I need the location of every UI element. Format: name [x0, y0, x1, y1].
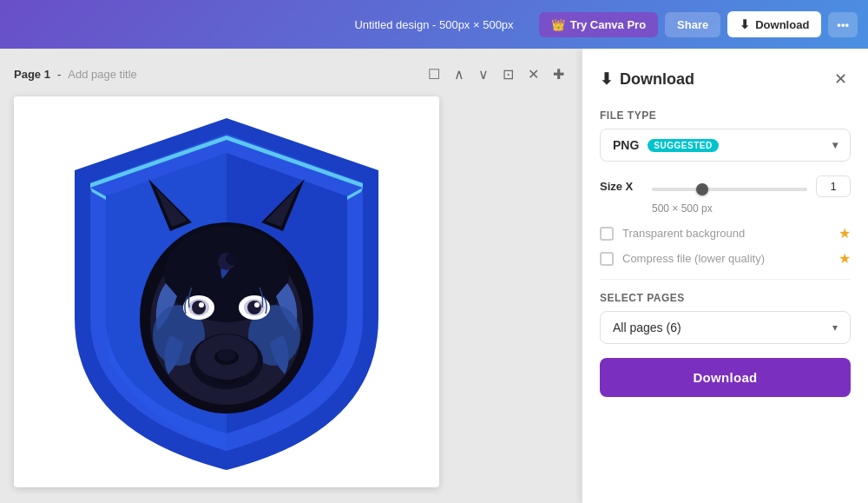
- file-type-left: PNG SUGGESTED: [613, 138, 719, 152]
- svg-point-22: [226, 253, 238, 265]
- add-page-title[interactable]: Add page title: [68, 68, 137, 81]
- download-panel: ⬇ Download ✕ File type PNG SUGGESTED ▾ S…: [582, 49, 868, 503]
- file-type-dropdown[interactable]: PNG SUGGESTED ▾: [600, 129, 851, 162]
- svg-point-19: [247, 301, 261, 314]
- suggested-badge: SUGGESTED: [648, 139, 718, 152]
- panel-header: ⬇ Download ✕: [600, 66, 851, 92]
- svg-point-15: [192, 301, 206, 314]
- select-pages-chevron-icon: ▾: [832, 321, 838, 334]
- file-type-label: File type: [600, 109, 851, 122]
- compress-checkbox[interactable]: [600, 252, 614, 266]
- page-toolbar-icons: ☐ ∧ ∨ ⊡ ✕ ✚: [424, 63, 568, 86]
- design-title: Untitled design - 500px × 500px: [354, 18, 513, 31]
- transparent-bg-checkbox[interactable]: [600, 227, 614, 241]
- svg-point-16: [199, 302, 204, 308]
- more-options-button[interactable]: •••: [828, 12, 858, 37]
- transparent-bg-label: Transparent background: [622, 227, 745, 240]
- try-canva-label: Try Canva Pro: [570, 18, 646, 31]
- panel-title-text: Download: [620, 70, 694, 89]
- download-top-label: Download: [755, 18, 809, 31]
- page-copy-icon[interactable]: ☐: [424, 63, 444, 86]
- compress-label: Compress file (lower quality): [622, 252, 765, 265]
- transparent-bg-row: Transparent background ★: [600, 225, 851, 242]
- page-add-icon[interactable]: ✚: [549, 63, 568, 86]
- size-x-label: Size X: [600, 180, 643, 193]
- share-button[interactable]: Share: [665, 12, 720, 37]
- page-up-icon[interactable]: ∧: [450, 63, 468, 86]
- select-pages-label: Select pages: [600, 292, 851, 304]
- file-type-chevron-icon: ▾: [832, 139, 838, 151]
- size-section: Size X 500 × 500 px: [600, 175, 851, 215]
- page-duplicate-icon[interactable]: ⊡: [499, 63, 517, 86]
- svg-point-20: [254, 302, 260, 308]
- page-label: Page 1: [14, 68, 50, 81]
- canvas-card: [14, 96, 439, 487]
- all-pages-text: All pages (6): [613, 321, 681, 334]
- main-area: Page 1 - Add page title ☐ ∧ ∨ ⊡ ✕ ✚: [0, 49, 868, 503]
- page-toolbar: Page 1 - Add page title ☐ ∧ ∨ ⊡ ✕ ✚: [14, 63, 568, 86]
- select-pages-dropdown[interactable]: All pages (6) ▾: [600, 311, 851, 344]
- download-button[interactable]: Download: [600, 358, 851, 397]
- crown-icon: 👑: [551, 18, 565, 31]
- panel-title: ⬇ Download: [600, 69, 694, 89]
- file-type-value: PNG: [613, 138, 639, 152]
- page-dash: -: [57, 68, 61, 81]
- wolf-illustration: [14, 96, 439, 487]
- page-down-icon[interactable]: ∨: [475, 63, 492, 86]
- topbar-right: 👑 Try Canva Pro Share ⬇ Download •••: [539, 11, 858, 37]
- canvas-area: Page 1 - Add page title ☐ ∧ ∨ ⊡ ✕ ✚: [0, 49, 582, 503]
- svg-point-12: [217, 349, 236, 361]
- size-dimensions: 500 × 500 px: [652, 202, 851, 215]
- panel-download-icon: ⬇: [600, 69, 613, 89]
- download-top-button[interactable]: ⬇ Download: [727, 11, 821, 37]
- divider: [600, 279, 851, 280]
- compress-row: Compress file (lower quality) ★: [600, 250, 851, 267]
- page-delete-icon[interactable]: ✕: [524, 63, 542, 86]
- transparent-bg-pro-icon: ★: [838, 225, 851, 242]
- slider-container: [652, 179, 807, 195]
- size-input[interactable]: [816, 175, 851, 197]
- size-slider[interactable]: [652, 188, 807, 191]
- download-top-icon: ⬇: [740, 17, 750, 31]
- try-canva-button[interactable]: 👑 Try Canva Pro: [539, 12, 658, 37]
- compress-pro-icon: ★: [838, 250, 851, 267]
- topbar: Untitled design - 500px × 500px 👑 Try Ca…: [0, 0, 868, 49]
- close-panel-button[interactable]: ✕: [831, 66, 851, 92]
- size-row: Size X: [600, 175, 851, 197]
